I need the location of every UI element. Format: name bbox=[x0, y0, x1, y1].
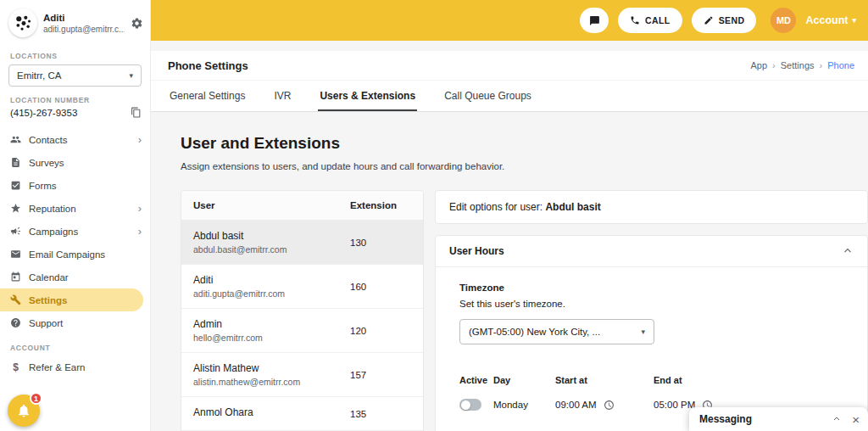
breadcrumb-separator: › bbox=[772, 60, 776, 70]
sidebar-item-contacts[interactable]: Contacts › bbox=[0, 128, 150, 151]
edit-options-label: Edit options for user: bbox=[449, 201, 545, 213]
column-active: Active bbox=[459, 375, 493, 385]
timezone-label: Timezone bbox=[459, 283, 854, 293]
messaging-widget: Messaging × bbox=[689, 407, 868, 431]
sidebar-user-meta: Aditi aditi.gupta@emitrr.c... bbox=[43, 13, 125, 34]
end-at-value: 05:00 PM bbox=[654, 400, 695, 410]
messaging-title: Messaging bbox=[699, 413, 752, 425]
timezone-help-text: Set this user's timezone. bbox=[459, 299, 854, 309]
user-name: Aditi bbox=[43, 13, 125, 23]
call-button-label: CALL bbox=[645, 15, 670, 25]
edit-options-header: Edit options for user: Abdul basit bbox=[435, 190, 868, 224]
user-row-extension: 120 bbox=[350, 326, 411, 336]
sidebar-item-label: Reputation bbox=[29, 204, 76, 214]
main-area: CALL SEND MD Account ▾ Phone Settings Ap… bbox=[151, 0, 868, 431]
user-hours-header[interactable]: User Hours bbox=[436, 236, 867, 267]
call-button[interactable]: CALL bbox=[618, 8, 682, 33]
user-row-extension: 135 bbox=[350, 409, 411, 419]
active-toggle[interactable] bbox=[459, 399, 481, 411]
phone-icon bbox=[630, 15, 640, 25]
copy-icon[interactable] bbox=[131, 107, 142, 118]
messaging-actions: × bbox=[832, 413, 860, 426]
column-day: Day bbox=[493, 375, 555, 385]
table-row[interactable]: Anmol Ohara 135 bbox=[181, 397, 423, 431]
messages-button[interactable] bbox=[580, 8, 609, 33]
account-menu-label: Account bbox=[805, 14, 848, 26]
location-number-row: (415)-267-9353 bbox=[0, 104, 150, 118]
sidebar-item-email-campaigns[interactable]: Email Campaigns bbox=[0, 243, 150, 266]
account-menu[interactable]: Account ▾ bbox=[805, 14, 856, 26]
sidebar-item-forms[interactable]: Forms bbox=[0, 174, 150, 197]
user-email: aditi.gupta@emitrr.c... bbox=[43, 25, 125, 34]
user-row-name: Admin bbox=[193, 318, 263, 330]
column-user: User bbox=[193, 200, 215, 210]
start-at-picker[interactable]: 09:00 AM bbox=[555, 400, 654, 411]
chat-icon bbox=[589, 15, 600, 26]
table-row[interactable]: Alistin Mathew alistin.mathew@emitrr.com… bbox=[181, 353, 423, 397]
page-header: Phone Settings App › Settings › Phone bbox=[151, 51, 868, 80]
email-icon bbox=[10, 249, 21, 260]
send-button[interactable]: SEND bbox=[692, 8, 757, 33]
user-row-email: alistin.mathew@emitrr.com bbox=[193, 377, 300, 387]
chevron-up-icon[interactable] bbox=[842, 245, 854, 257]
sidebar-item-reputation[interactable]: Reputation › bbox=[0, 197, 150, 220]
user-row-name: Abdul basit bbox=[193, 230, 287, 242]
breadcrumb-phone: Phone bbox=[827, 60, 854, 70]
location-number: (415)-267-9353 bbox=[10, 108, 77, 118]
chevron-right-icon: › bbox=[138, 226, 142, 237]
user-row-email: abdul.basit@emitrr.com bbox=[193, 244, 287, 255]
app-window: Aditi aditi.gupta@emitrr.c... LOCATIONS … bbox=[0, 0, 868, 431]
location-select[interactable]: Emitrr, CA ▾ bbox=[8, 64, 142, 87]
breadcrumb-settings[interactable]: Settings bbox=[781, 60, 815, 70]
sidebar-item-label: Campaigns bbox=[29, 227, 78, 237]
table-row[interactable]: Aditi aditi.gupta@emitrr.com 160 bbox=[181, 265, 423, 309]
clock-icon bbox=[604, 400, 615, 411]
tab-users-extensions[interactable]: Users & Extensions bbox=[318, 81, 417, 111]
timezone-select[interactable]: (GMT-05:00) New York City, ... ▾ bbox=[459, 319, 654, 344]
pencil-icon bbox=[704, 15, 714, 25]
notifications-button[interactable]: 1 bbox=[8, 395, 40, 427]
bell-icon bbox=[16, 403, 31, 418]
day-label: Monday bbox=[493, 400, 555, 410]
close-icon[interactable]: × bbox=[852, 413, 860, 426]
tab-call-queue-groups[interactable]: Call Queue Groups bbox=[442, 81, 533, 111]
tab-general-settings[interactable]: General Settings bbox=[168, 81, 247, 111]
breadcrumb-app[interactable]: App bbox=[751, 60, 768, 70]
start-at-value: 09:00 AM bbox=[555, 400, 597, 410]
table-row[interactable]: Abdul basit abdul.basit@emitrr.com 130 bbox=[181, 221, 423, 265]
tab-ivr[interactable]: IVR bbox=[272, 81, 292, 111]
avatar[interactable]: MD bbox=[771, 8, 796, 33]
sidebar-item-label: Refer & Earn bbox=[29, 362, 85, 372]
edit-options-panel: Edit options for user: Abdul basit User … bbox=[435, 190, 868, 431]
chevron-up-icon[interactable] bbox=[832, 414, 842, 424]
user-row-extension: 130 bbox=[350, 238, 411, 248]
timezone-select-value: (GMT-05:00) New York City, ... bbox=[469, 327, 600, 337]
sidebar-item-label: Contacts bbox=[29, 135, 67, 145]
users-table: User Extension Abdul basit abdul.basit@e… bbox=[181, 190, 424, 431]
users-table-header: User Extension bbox=[181, 191, 423, 221]
sidebar-item-calendar[interactable]: Calendar bbox=[0, 266, 150, 288]
chevron-right-icon: › bbox=[138, 134, 142, 145]
forms-icon bbox=[10, 180, 21, 191]
location-select-value: Emitrr, CA bbox=[17, 70, 61, 81]
column-start-at: Start at bbox=[555, 375, 654, 385]
chevron-down-icon: ▾ bbox=[852, 16, 856, 25]
table-row[interactable]: Admin hello@emitrr.com 120 bbox=[181, 309, 423, 353]
sidebar-item-campaigns[interactable]: Campaigns › bbox=[0, 220, 150, 243]
sidebar-item-refer-earn[interactable]: $ Refer & Earn bbox=[0, 355, 150, 378]
locations-label: LOCATIONS bbox=[0, 52, 150, 60]
sidebar-item-settings[interactable]: Settings bbox=[0, 288, 143, 311]
notification-badge: 1 bbox=[30, 392, 42, 405]
section-subheading: Assign extensions to users, and update h… bbox=[181, 161, 868, 171]
sidebar-item-support[interactable]: Support bbox=[0, 311, 150, 334]
user-row-name: Alistin Mathew bbox=[193, 362, 300, 374]
user-row-email: aditi.gupta@emitrr.com bbox=[193, 288, 285, 299]
surveys-icon bbox=[10, 157, 21, 168]
sidebar-item-surveys[interactable]: Surveys bbox=[0, 151, 150, 174]
user-row-name: Aditi bbox=[193, 274, 285, 286]
gear-icon[interactable] bbox=[131, 17, 143, 30]
account-section-label: ACCOUNT bbox=[0, 344, 150, 352]
page-title: Phone Settings bbox=[168, 59, 248, 72]
edit-options-user: Abdul basit bbox=[545, 201, 600, 213]
section-heading: User and Extensions bbox=[181, 134, 868, 153]
